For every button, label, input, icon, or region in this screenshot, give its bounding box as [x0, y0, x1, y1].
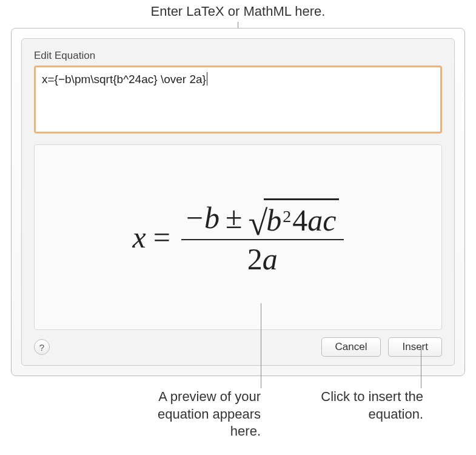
eq-denom-a: a [263, 242, 278, 276]
callout-line [261, 303, 261, 388]
eq-plus-minus: ± [226, 200, 242, 235]
eq-numerator: − b ± √ b 2 4 a c [181, 198, 344, 239]
eq-rad-c: c [323, 203, 336, 238]
eq-sqrt: √ b 2 4 a c [249, 198, 339, 238]
text-cursor [207, 72, 207, 86]
eq-denom-2: 2 [247, 242, 263, 276]
callout-line [421, 347, 421, 388]
dialog-footer: ? Cancel Insert [34, 337, 442, 357]
help-icon: ? [39, 342, 44, 352]
button-group: Cancel Insert [321, 337, 442, 357]
eq-radicand: b 2 4 a c [264, 198, 338, 238]
eq-equals: = [153, 220, 170, 255]
dialog-content: Edit Equation x={−b\pm\sqrt{b^24ac} \ove… [21, 38, 455, 366]
eq-rad-4: 4 [292, 203, 307, 238]
eq-b: b [204, 200, 220, 235]
eq-denominator: 2a [247, 240, 278, 277]
equation-input[interactable]: x={−b\pm\sqrt{b^24ac} \over 2a} [34, 66, 442, 133]
eq-rad-exp: 2 [283, 207, 291, 226]
eq-minus: − [186, 200, 203, 235]
eq-rad-b: b [266, 203, 281, 238]
eq-variable-x: x [132, 220, 146, 255]
callout-preview-label: A preview of your equation appears here. [127, 388, 261, 440]
dialog-window: Edit Equation x={−b\pm\sqrt{b^24ac} \ove… [11, 28, 465, 376]
callout-insert-label: Click to insert the equation. [302, 388, 423, 423]
equation-preview: x = − b ± √ b 2 4 a [34, 144, 442, 330]
rendered-equation: x = − b ± √ b 2 4 a [132, 198, 343, 277]
equation-input-value: x={−b\pm\sqrt{b^24ac} \over 2a} [42, 73, 206, 86]
cancel-button[interactable]: Cancel [321, 337, 381, 357]
eq-fraction: − b ± √ b 2 4 a c [181, 198, 344, 277]
eq-rad-a: a [307, 203, 323, 238]
callout-input-label: Enter LaTeX or MathML here. [0, 4, 476, 19]
help-button[interactable]: ? [34, 339, 50, 355]
insert-button[interactable]: Insert [388, 337, 442, 357]
dialog-title: Edit Equation [34, 50, 442, 62]
